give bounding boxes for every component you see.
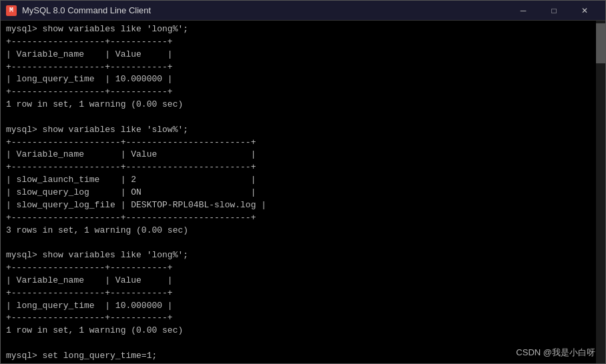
window-title: MySQL 8.0 Command Line Client	[22, 5, 508, 15]
watermark: CSDN @我是小白呀	[516, 347, 595, 359]
scrollbar[interactable]	[596, 21, 605, 363]
scrollbar-thumb[interactable]	[596, 23, 605, 63]
close-button[interactable]: ✕	[569, 1, 600, 21]
main-window: M MySQL 8.0 Command Line Client ─ □ ✕ my…	[0, 0, 606, 364]
window-controls: ─ □ ✕	[508, 1, 600, 21]
app-icon: M	[6, 5, 17, 16]
maximize-button[interactable]: □	[539, 1, 569, 21]
console-output[interactable]: mysql> show variables like 'long%'; +---…	[1, 21, 596, 363]
console-area: mysql> show variables like 'long%'; +---…	[1, 21, 605, 363]
title-bar: M MySQL 8.0 Command Line Client ─ □ ✕	[1, 1, 605, 21]
minimize-button[interactable]: ─	[508, 1, 539, 21]
